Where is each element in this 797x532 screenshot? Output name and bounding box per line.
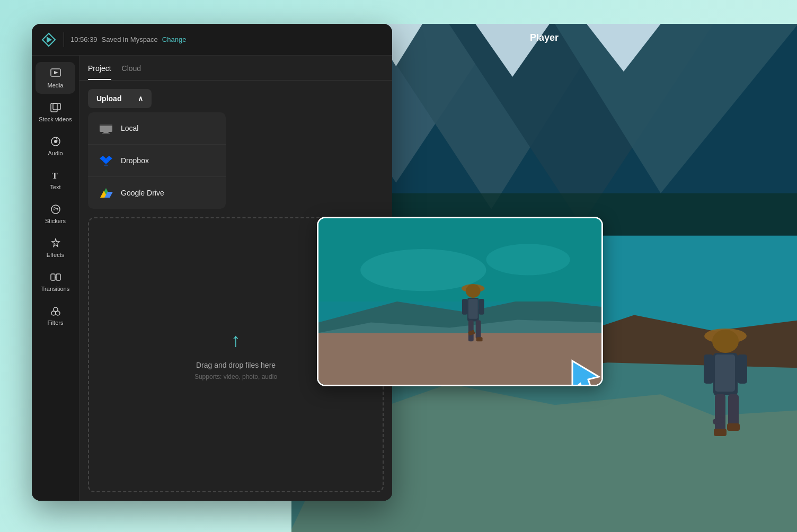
svg-point-21 [466, 285, 481, 298]
svg-rect-39 [714, 429, 727, 436]
svg-point-18 [360, 250, 486, 291]
local-icon [99, 121, 113, 136]
change-link[interactable]: Change [162, 36, 187, 43]
dropdown-item-dropbox-label: Dropbox [121, 156, 149, 165]
sidebar-item-filters[interactable]: Filters [36, 299, 75, 331]
dropdown-item-google-drive-label: Google Drive [121, 189, 164, 197]
featured-image-card [317, 217, 603, 386]
stickers-icon [49, 203, 62, 216]
sidebar-item-filters-label: Filters [48, 320, 64, 326]
svg-rect-60 [103, 132, 109, 133]
sidebar-item-media-label: Media [48, 82, 64, 88]
media-icon [49, 67, 62, 80]
text-icon: T [49, 169, 62, 182]
svg-rect-59 [100, 125, 112, 126]
svg-rect-52 [51, 274, 55, 280]
svg-rect-37 [715, 394, 725, 431]
svg-point-51 [57, 209, 58, 210]
dropdown-item-local-label: Local [121, 124, 138, 132]
sidebar-item-transitions-label: Transitions [41, 286, 69, 292]
sidebar-item-media[interactable]: Media [36, 62, 75, 94]
app-header: 10:56:39 Saved in Myspace Change [32, 24, 392, 56]
svg-point-32 [712, 330, 739, 353]
svg-text:T: T [52, 171, 58, 180]
svg-point-19 [486, 244, 570, 276]
svg-rect-36 [738, 354, 747, 384]
transitions-icon [49, 271, 62, 283]
filters-icon [49, 305, 62, 317]
drop-zone-upload-icon: ↑ [231, 329, 241, 351]
dropdown-item-dropbox[interactable]: Dropbox [88, 145, 226, 177]
svg-rect-29 [476, 338, 482, 342]
audio-icon [49, 135, 62, 148]
svg-point-57 [56, 311, 60, 315]
sidebar: Media Stock videos [32, 56, 79, 501]
svg-rect-27 [475, 321, 481, 339]
svg-rect-44 [51, 103, 57, 112]
app-logo[interactable] [40, 31, 57, 48]
svg-rect-35 [704, 354, 713, 384]
svg-rect-25 [479, 299, 484, 315]
dropbox-icon [99, 153, 113, 168]
save-status: Saved in Myspace [102, 36, 158, 43]
sidebar-item-stickers-label: Stickers [45, 218, 66, 224]
google-drive-icon [99, 185, 113, 200]
svg-rect-53 [56, 274, 60, 280]
sidebar-item-stickers[interactable]: Stickers [36, 198, 75, 229]
drop-zone-text: Drag and drop files here [196, 360, 276, 371]
tab-cloud[interactable]: Cloud [122, 64, 141, 80]
upload-section: Upload ∧ [79, 81, 392, 217]
sidebar-item-audio[interactable]: Audio [36, 130, 75, 162]
svg-rect-38 [728, 394, 739, 426]
background-person [680, 320, 765, 490]
upload-caret-icon: ∧ [138, 94, 143, 103]
svg-rect-24 [462, 299, 467, 315]
svg-marker-43 [54, 71, 58, 74]
svg-point-50 [54, 209, 55, 210]
svg-point-49 [51, 205, 60, 214]
sidebar-item-audio-label: Audio [48, 150, 63, 156]
cursor-icon [570, 358, 603, 386]
svg-rect-45 [53, 103, 60, 110]
svg-rect-16 [318, 297, 601, 333]
timestamp: 10:56:39 [70, 36, 98, 43]
upload-button[interactable]: Upload ∧ [88, 89, 152, 108]
svg-rect-40 [727, 423, 740, 431]
sidebar-item-text-label: Text [50, 184, 60, 190]
svg-rect-34 [715, 354, 735, 392]
dropdown-item-google-drive[interactable]: Google Drive [88, 177, 226, 209]
svg-rect-23 [468, 299, 478, 319]
stock-videos-icon [49, 101, 62, 114]
svg-rect-61 [102, 133, 110, 134]
effects-icon [49, 237, 62, 250]
dropdown-item-local[interactable]: Local [88, 112, 226, 145]
sidebar-item-effects-label: Effects [47, 252, 64, 258]
upload-dropdown-menu: Local Dropbox [88, 112, 226, 209]
sidebar-item-effects[interactable]: Effects [36, 232, 75, 263]
sidebar-item-stock-videos-label: Stock videos [39, 116, 72, 122]
sidebar-item-text[interactable]: T Text [36, 164, 75, 196]
tab-project[interactable]: Project [88, 64, 111, 80]
header-divider [64, 32, 64, 47]
svg-point-66 [104, 165, 108, 166]
header-info: 10:56:39 Saved in Myspace Change [70, 36, 186, 43]
sidebar-item-stock-videos[interactable]: Stock videos [36, 96, 75, 128]
sidebar-item-transitions[interactable]: Transitions [36, 265, 75, 297]
svg-marker-30 [572, 361, 599, 386]
svg-point-56 [51, 311, 56, 315]
drop-zone-subtext: Supports: video, photo, audio [194, 373, 277, 380]
svg-point-47 [54, 140, 57, 143]
panel-tabs: Project Cloud [79, 56, 392, 81]
